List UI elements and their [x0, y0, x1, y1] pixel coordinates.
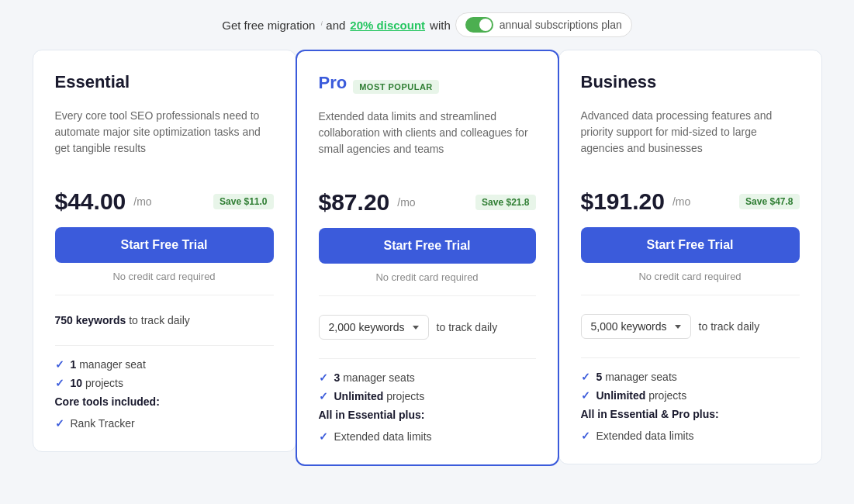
extra-feature-text: Extended data limits — [596, 430, 694, 442]
feature-item: ✓5 manager seats — [581, 371, 800, 383]
price-row-essential: $44.00/moSave $11.0 — [55, 188, 274, 215]
check-icon: ✓ — [55, 358, 64, 371]
info-icon: ⁱ — [320, 19, 321, 31]
extra-feature-text: Rank Tracker — [71, 417, 135, 430]
feature-text: 10 projects — [71, 377, 124, 389]
keywords-dropdown-row-business: 5,000 keywordsto track daily — [581, 308, 800, 345]
keywords-static-essential: 750 keywords to track daily — [55, 308, 274, 333]
cta-button-pro[interactable]: Start Free Trial — [319, 228, 536, 264]
features-title-pro: All in Essential plus: — [319, 409, 536, 421]
extra-feature-item: ✓Extended data limits — [581, 430, 800, 442]
extra-feature-item: ✓Extended data limits — [319, 430, 536, 443]
feature-item: ✓Unlimited projects — [319, 390, 536, 402]
annual-toggle-container[interactable]: annual subscriptions plan — [455, 12, 632, 37]
feature-item: ✓Unlimited projects — [581, 389, 800, 402]
and-text: and — [326, 19, 345, 32]
keywords-section-essential: 750 keywords to track daily — [55, 295, 274, 333]
feature-text: 3 manager seats — [334, 371, 415, 384]
keywords-dropdown-row-pro: 2,000 keywordsto track daily — [319, 309, 536, 346]
save-badge-business: Save $47.8 — [739, 194, 799, 209]
top-bar: Get free migration ⁱ and 20% discount wi… — [0, 0, 854, 50]
price-period-pro: /mo — [397, 196, 415, 209]
feature-item: ✓10 projects — [55, 377, 274, 389]
chevron-down-icon — [413, 326, 419, 330]
price-business: $191.20 — [581, 188, 665, 215]
check-icon: ✓ — [581, 371, 590, 383]
cta-button-essential[interactable]: Start Free Trial — [55, 227, 274, 263]
plan-card-pro: ProMOST POPULARExtended data limits and … — [296, 50, 559, 466]
check-icon: ✓ — [55, 417, 64, 430]
keywords-track-business: to track daily — [699, 320, 760, 333]
feature-item: ✓1 manager seat — [55, 358, 274, 371]
feature-text: 1 manager seat — [71, 358, 146, 371]
keywords-track-pro: to track daily — [437, 321, 498, 333]
plan-name-business: Business — [581, 72, 657, 92]
no-credit-essential: No credit card required — [55, 271, 274, 282]
check-icon: ✓ — [55, 377, 64, 389]
keywords-section-business: 5,000 keywordsto track daily — [581, 295, 800, 345]
feature-item: ✓3 manager seats — [319, 371, 536, 384]
plan-card-essential: EssentialEvery core tool SEO professiona… — [33, 50, 296, 452]
save-badge-pro: Save $21.8 — [475, 195, 535, 210]
features-section-business: ✓5 manager seats✓Unlimited projectsAll i… — [581, 357, 800, 442]
extra-feature-text: Extended data limits — [334, 430, 432, 443]
plan-name-pro: Pro — [319, 73, 347, 93]
plan-description-business: Advanced data processing features and pr… — [581, 108, 800, 173]
cta-button-business[interactable]: Start Free Trial — [581, 227, 800, 263]
price-period-essential: /mo — [133, 195, 151, 208]
feature-text: Unlimited projects — [596, 389, 687, 402]
no-credit-business: No credit card required — [581, 271, 800, 282]
price-row-pro: $87.20/moSave $21.8 — [319, 189, 536, 216]
plan-description-essential: Every core tool SEO professionals need t… — [55, 108, 274, 173]
plans-container: EssentialEvery core tool SEO professiona… — [0, 50, 854, 482]
check-icon: ✓ — [581, 389, 590, 402]
price-row-business: $191.20/moSave $47.8 — [581, 188, 800, 215]
check-icon: ✓ — [319, 430, 328, 443]
keywords-section-pro: 2,000 keywordsto track daily — [319, 295, 536, 346]
plan-card-business: BusinessAdvanced data processing feature… — [558, 50, 822, 464]
check-icon: ✓ — [581, 430, 590, 442]
save-badge-essential: Save $11.0 — [213, 194, 273, 209]
plan-description-pro: Extended data limits and streamlined col… — [319, 109, 536, 174]
features-section-essential: ✓1 manager seat✓10 projectsCore tools in… — [55, 345, 274, 430]
features-section-pro: ✓3 manager seats✓Unlimited projectsAll i… — [319, 358, 536, 443]
features-title-business: All in Essential & Pro plus: — [581, 408, 800, 420]
annual-toggle-label: annual subscriptions plan — [500, 19, 622, 31]
price-essential: $44.00 — [55, 188, 126, 215]
migration-text: Get free migration — [222, 19, 315, 32]
price-pro: $87.20 — [319, 189, 390, 216]
check-icon: ✓ — [319, 390, 328, 402]
keywords-select-business[interactable]: 5,000 keywords — [581, 314, 691, 339]
price-period-business: /mo — [672, 195, 690, 208]
extra-feature-item: ✓Rank Tracker — [55, 417, 274, 430]
features-title-essential: Core tools included: — [55, 395, 274, 408]
with-text: with — [430, 19, 451, 32]
check-icon: ✓ — [319, 371, 328, 384]
no-credit-pro: No credit card required — [319, 271, 536, 283]
chevron-down-icon — [675, 325, 681, 329]
keywords-select-pro[interactable]: 2,000 keywords — [319, 315, 429, 340]
discount-text: 20% discount — [350, 19, 425, 32]
plan-name-essential: Essential — [55, 72, 130, 92]
annual-toggle[interactable] — [465, 17, 493, 33]
most-popular-badge: MOST POPULAR — [353, 80, 439, 94]
feature-text: Unlimited projects — [334, 390, 425, 402]
feature-text: 5 manager seats — [596, 371, 677, 383]
